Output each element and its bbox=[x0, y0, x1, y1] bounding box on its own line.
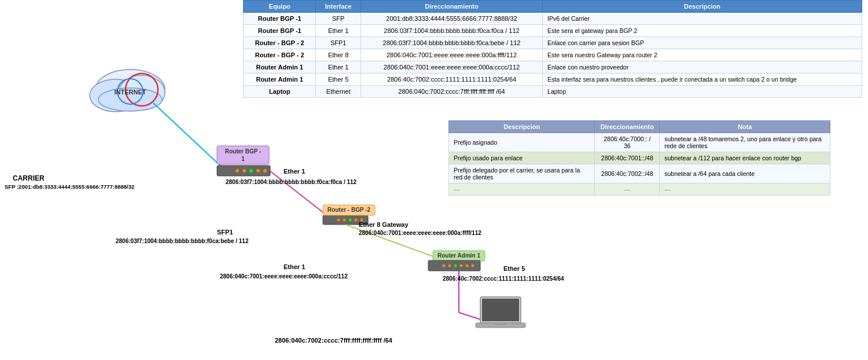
cell-r4-c2: 2806:040c:7001:eeee:eeee:eeee:000a:cccc/… bbox=[361, 61, 542, 74]
router-bgp2-label: Router - BGP -2 bbox=[328, 207, 371, 213]
table-row: Router Admin 1Ether 52806:40c:7002:cccc:… bbox=[244, 74, 862, 86]
ether5-label: Ether 5 bbox=[503, 265, 525, 272]
cell-r4-c1: Ether 1 bbox=[316, 61, 361, 74]
svg-rect-35 bbox=[482, 299, 519, 321]
prefix-cell-r3-c1: — bbox=[595, 183, 660, 196]
svg-point-14 bbox=[263, 169, 267, 172]
laptop-addr: 2806:040c:7002:cccc:7fff:ffff:ffff:ffff … bbox=[275, 337, 393, 344]
svg-rect-24 bbox=[433, 251, 485, 261]
sfp1-addr: 2806:03f7:1004:bbbb:bbbb:bbbb:f0ca:bebe … bbox=[116, 238, 249, 244]
cell-r4-c3: Enlace con nuestro proveedor bbox=[543, 61, 862, 74]
svg-point-4 bbox=[126, 74, 158, 106]
cell-r0-c3: IPv6 del Carrier bbox=[543, 13, 862, 25]
prefix-table-row: Prefijo delegado por el carrier, se usar… bbox=[449, 164, 830, 183]
prefix-cell-r0-c0: Prefijo asignado bbox=[449, 133, 595, 152]
cell-r5-c1: Ether 5 bbox=[316, 74, 361, 86]
cell-r3-c1: Ether 8 bbox=[316, 49, 361, 61]
cell-r1-c0: Router BGP -1 bbox=[244, 25, 316, 37]
svg-point-17 bbox=[337, 219, 340, 222]
svg-point-31 bbox=[472, 265, 475, 267]
prefix-cell-r1-c1: 2806:40c:7001::/48 bbox=[595, 152, 660, 164]
prefix-table: Descripcion Direccionamiento Nota Prefij… bbox=[448, 120, 830, 196]
svg-rect-34 bbox=[480, 297, 521, 323]
svg-point-13 bbox=[256, 169, 260, 172]
col-header-descripcion: Descripcion bbox=[543, 1, 862, 13]
cell-r5-c0: Router Admin 1 bbox=[244, 74, 316, 86]
carrier-label: CARRIER bbox=[13, 174, 45, 182]
ether8-addr: 2806:040c:7001:eeee:eeee:eeee:000a:ffff/… bbox=[359, 230, 481, 236]
svg-rect-36 bbox=[476, 323, 525, 328]
svg-rect-37 bbox=[495, 322, 506, 325]
svg-point-21 bbox=[361, 219, 363, 222]
col-header-direccionamiento: Direccionamiento bbox=[361, 1, 542, 13]
prefix-table-row: Prefijo usado para enlace2806:40c:7001::… bbox=[449, 152, 830, 164]
prefix-cell-r2-c2: subnetear a /64 para cada cliente bbox=[660, 164, 830, 183]
prefix-table-row: Prefijo asignado2806:40c:7000:: / 36subn… bbox=[449, 133, 830, 152]
internet-label: INTERNET bbox=[115, 89, 146, 95]
svg-line-6 bbox=[153, 103, 226, 171]
prefix-cell-r3-c2: — bbox=[660, 183, 830, 196]
cell-r3-c3: Este sera nuestro Gateway para router 2 bbox=[543, 49, 862, 61]
svg-point-27 bbox=[448, 265, 451, 267]
col-header-interface: Interface bbox=[316, 1, 361, 13]
cell-r0-c0: Router BGP -1 bbox=[244, 13, 316, 25]
svg-line-23 bbox=[345, 225, 441, 259]
svg-point-11 bbox=[242, 169, 246, 172]
cell-r2-c0: Router - BGP - 2 bbox=[244, 37, 316, 49]
svg-line-15 bbox=[270, 171, 333, 220]
ether1-addr-bgp1: 2806:03f7:1004:bbbb:bbbb:bbbb:f0ca:f0ca … bbox=[226, 179, 357, 185]
svg-rect-7 bbox=[217, 146, 269, 164]
svg-text:1: 1 bbox=[241, 156, 245, 162]
table-row: Router BGP -1Ether 12806:03f7:1004:bbbb:… bbox=[244, 25, 862, 37]
cell-r1-c2: 2806:03f7:1004:bbbb:bbbb:bbbb:f0ca:f0ca … bbox=[361, 25, 542, 37]
cell-r5-c2: 2806:40c:7002:cccc:1111:1111:1111:0254/6… bbox=[361, 74, 542, 86]
ether1-label-admin: Ether 1 bbox=[284, 263, 305, 270]
svg-point-12 bbox=[249, 169, 253, 172]
cell-r3-c0: Router - BGP - 2 bbox=[244, 49, 316, 61]
svg-rect-25 bbox=[428, 260, 480, 271]
carrier-sfp-label: SFP :2001:db8:3333:4444:5555:6666:7777:8… bbox=[5, 183, 134, 190]
svg-point-10 bbox=[236, 169, 239, 172]
svg-rect-22 bbox=[323, 205, 375, 215]
laptop-icon bbox=[476, 297, 525, 328]
svg-rect-16 bbox=[323, 215, 368, 225]
svg-point-29 bbox=[460, 265, 463, 267]
table-row: LaptopEthernet2806:040c:7002:cccc:7fff:f… bbox=[244, 86, 862, 98]
prefix-cell-r3-c0: — bbox=[449, 183, 595, 196]
svg-point-1 bbox=[90, 79, 142, 112]
ether8-label: Ether 8 Gateway bbox=[359, 221, 409, 228]
col-header-equipo: Equipo bbox=[244, 1, 316, 13]
svg-rect-9 bbox=[217, 166, 270, 176]
prefix-table-row: ——— bbox=[449, 183, 830, 196]
svg-point-0 bbox=[95, 69, 165, 110]
cell-r2-c1: SFP1 bbox=[316, 37, 361, 49]
cell-r6-c2: 2806:040c:7002:cccc:7fff:ffff:ffff:ffff … bbox=[361, 86, 542, 98]
ether1-addr-admin: 2806:040c:7001:eeee:eeee:eeee:000a:cccc/… bbox=[220, 273, 348, 280]
svg-point-30 bbox=[466, 265, 469, 267]
cell-r4-c0: Router Admin 1 bbox=[244, 61, 316, 74]
cell-r2-c2: 2806:03f7:1004:bbbb:bbbb:bbbb:f0ca:bebe … bbox=[361, 37, 542, 49]
svg-point-3 bbox=[98, 88, 162, 111]
cell-r3-c2: 2806:040c:7001:eeee:eeee:eeee:000a:ffff/… bbox=[361, 49, 542, 61]
svg-point-26 bbox=[443, 265, 446, 267]
cell-r2-c3: Enlace con carrier para sesion BGP bbox=[543, 37, 862, 49]
router-admin1-label: Router Admin 1 bbox=[437, 252, 481, 259]
cell-r6-c3: Laptop bbox=[543, 86, 862, 98]
svg-point-20 bbox=[355, 219, 358, 222]
cell-r6-c0: Laptop bbox=[244, 86, 316, 98]
cell-r0-c1: SFP bbox=[316, 13, 361, 25]
prefix-cell-r2-c1: 2806:40c:7002::/48 bbox=[595, 164, 660, 183]
prefix-cell-r0-c1: 2806:40c:7000:: / 36 bbox=[595, 133, 660, 152]
main-routing-table: Equipo Interface Direccionamiento Descri… bbox=[243, 0, 862, 98]
cell-r6-c1: Ethernet bbox=[316, 86, 361, 98]
cell-r0-c2: 2001:db8:3333:4444:5555:6666:7777:8888/3… bbox=[361, 13, 542, 25]
router-bgp1-label: Router BGP - bbox=[225, 148, 262, 155]
cell-r1-c3: Este sera el gateway para BGP 2 bbox=[543, 25, 862, 37]
svg-point-5 bbox=[117, 79, 143, 104]
table-row: Router Admin 1Ether 12806:040c:7001:eeee… bbox=[244, 61, 862, 74]
prefix-cell-r2-c0: Prefijo delegado por el carrier, se usar… bbox=[449, 164, 595, 183]
table-row: Router - BGP - 2SFP12806:03f7:1004:bbbb:… bbox=[244, 37, 862, 49]
svg-point-28 bbox=[454, 265, 457, 267]
col2-header-descripcion: Descripcion bbox=[449, 121, 595, 133]
cell-r1-c1: Ether 1 bbox=[316, 25, 361, 37]
